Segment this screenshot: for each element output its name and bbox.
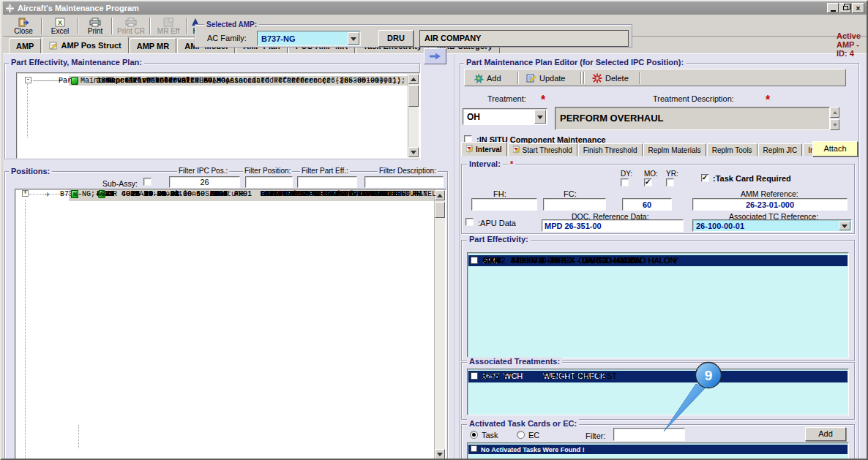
part-description: FIREX - CARGO HALON: [551, 256, 641, 265]
excel-button-label: Excel: [51, 27, 69, 35]
add-task-button[interactable]: Add: [805, 427, 846, 441]
yr-checkbox[interactable]: [666, 178, 674, 186]
scroll-down-icon[interactable]: [435, 449, 445, 459]
add-icon: [474, 73, 484, 83]
tree-expander[interactable]: -: [25, 77, 31, 83]
editor-tab[interactable]: Interval: [461, 142, 507, 157]
tree-expander[interactable]: +: [22, 190, 29, 197]
editor-tab[interactable]: Replm Materials: [643, 143, 706, 157]
amm-reference-field[interactable]: 26-23-01-000: [692, 198, 848, 211]
editor-tab[interactable]: Replm Tools: [707, 143, 757, 157]
task-card-checkbox[interactable]: [701, 174, 709, 182]
task-row[interactable]: No Activated Tasks Were Found !: [468, 445, 848, 454]
required-mark: *: [508, 159, 515, 168]
filter-description-input[interactable]: [364, 176, 444, 188]
fc-input[interactable]: [543, 198, 606, 211]
step-callout: 9: [653, 354, 733, 445]
panel-divider: [454, 54, 454, 460]
row-checkbox[interactable]: [471, 372, 478, 380]
filter-ipc-input[interactable]: [169, 176, 240, 188]
close-button[interactable]: Close: [7, 16, 40, 36]
editor-tab-label: Replm Materials: [648, 146, 701, 154]
main-tab[interactable]: AMP: [9, 38, 41, 53]
dru-button[interactable]: DRU: [378, 30, 414, 47]
spin-up-icon[interactable]: [830, 107, 839, 118]
title-bar: Aircraft's Maintenance Program: [3, 1, 868, 15]
minimize-icon[interactable]: [827, 3, 839, 13]
ec-radio[interactable]: [517, 431, 525, 439]
main-tab[interactable]: AMP Pos Struct: [42, 37, 128, 53]
print-button[interactable]: Print: [81, 16, 110, 36]
print-button-label: Print: [88, 27, 103, 35]
delete-icon: [592, 73, 602, 83]
mo-checkbox[interactable]: [644, 178, 652, 186]
positions-tree[interactable]: - ✈ B737-NG; AIR COMPANY: Positions Stru…: [15, 189, 446, 460]
mo-interval-field[interactable]: 60: [622, 198, 672, 211]
row-checkbox[interactable]: [471, 445, 477, 452]
sub-assy-checkbox[interactable]: [143, 178, 151, 186]
transfer-arrow-button[interactable]: [424, 48, 446, 64]
scroll-down-icon[interactable]: [408, 147, 419, 157]
row-checkbox[interactable]: [471, 257, 478, 264]
filter-part-eff-label: Filter Part Eff.:: [300, 167, 350, 175]
treatment-desc-spinner[interactable]: [830, 107, 840, 130]
editor-tab[interactable]: Replm JIC: [758, 143, 803, 157]
position-ipc: 26-20-00-01: [131, 190, 179, 198]
update-icon: [526, 73, 536, 83]
treatment-dropdown[interactable]: OH: [463, 108, 547, 125]
positions-scrollbar[interactable]: [434, 190, 445, 460]
attach-tab[interactable]: Attach: [812, 141, 858, 157]
filter-position-input[interactable]: [245, 176, 293, 188]
restore-icon[interactable]: [839, 3, 851, 13]
update-button-label: Update: [539, 74, 565, 83]
close-window-icon[interactable]: ×: [852, 3, 864, 13]
part-node-icon: [71, 77, 78, 85]
scroll-thumb[interactable]: [435, 202, 445, 218]
toolbar-separator: [41, 18, 42, 34]
associated-tc-label: Associated TC Reference:: [727, 212, 820, 221]
plan-tree[interactable]: - Part Maintenance Plan: - 1606 OH: [16, 72, 420, 159]
editor-tab[interactable]: Start Threshold: [508, 143, 577, 157]
task-radio-label: Task: [482, 431, 498, 440]
main-toolbar: Close X Excel Print Print CR MR Eff H S: [3, 15, 868, 37]
app-icon: [5, 4, 15, 13]
add-button[interactable]: Add: [471, 71, 504, 85]
chevron-down-icon[interactable]: [534, 110, 546, 124]
filter-ipc-label: Filter IPC Pos.:: [177, 167, 229, 175]
update-button[interactable]: Update: [523, 71, 568, 85]
part-effectivity-list[interactable]: ALL 10272 473957 FIREX - CARGO HALON 620…: [467, 252, 849, 358]
scroll-thumb[interactable]: [408, 85, 419, 107]
dy-checkbox[interactable]: [621, 178, 629, 186]
selected-amp-group-label: Selected AMP:: [204, 20, 259, 29]
app-window: Aircraft's Maintenance Program × Close X…: [0, 0, 868, 460]
mo-label: MO:: [643, 170, 659, 178]
scroll-up-icon[interactable]: [435, 190, 445, 200]
chevron-down-icon[interactable]: [348, 32, 359, 45]
filter-description-label: Filter Description:: [378, 167, 438, 175]
chevron-down-icon[interactable]: [839, 221, 850, 230]
fh-input[interactable]: [471, 198, 537, 211]
spin-down-icon[interactable]: [830, 119, 839, 130]
excel-button[interactable]: X Excel: [44, 16, 76, 36]
active-amp-label: Active AMP - ID: 4: [837, 31, 861, 58]
ec-radio-label: EC: [528, 431, 539, 440]
ac-family-dropdown[interactable]: B737-NG: [257, 31, 361, 46]
editor-tab[interactable]: Finish Threshold: [578, 143, 643, 157]
amm-reference-label: AMM Reference:: [739, 189, 800, 198]
doc-reference-label: DOC. Reference Data:: [570, 212, 651, 221]
doc-reference-field[interactable]: MPD 26-351-00: [542, 219, 684, 232]
filter-part-eff-input[interactable]: [297, 176, 357, 188]
task-radio[interactable]: [470, 431, 478, 439]
scroll-up-icon[interactable]: [408, 74, 419, 84]
plan-tree-scrollbar[interactable]: [408, 74, 419, 157]
editor-tab-label: Finish Threshold: [583, 146, 637, 154]
apu-data-checkbox[interactable]: [465, 218, 474, 226]
associated-tc-dropdown[interactable]: 26-100-00-01: [692, 219, 852, 232]
mr-eff-button-label: MR Eff: [157, 27, 179, 35]
main-tab[interactable]: AMP MR: [130, 38, 176, 53]
yr-label: YR:: [665, 170, 680, 178]
activated-tasks-list[interactable]: No Activated Tasks Were Found !: [467, 442, 849, 460]
add-button-label: Add: [487, 74, 501, 83]
delete-button[interactable]: Delete: [589, 71, 632, 85]
part-effectivity-row[interactable]: 6209 473957-7 FIREX - CARGO HALON: [468, 255, 848, 266]
